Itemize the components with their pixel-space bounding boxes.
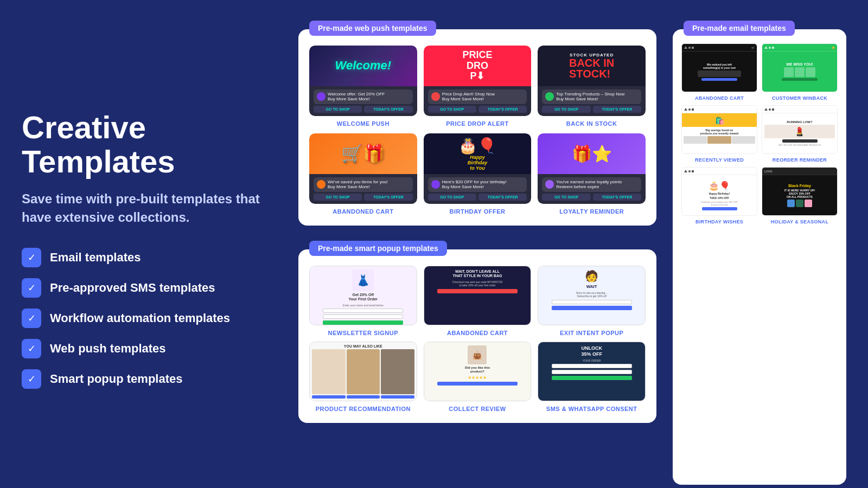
ep-prod-3 [806,67,815,77]
ep-reorder-sub: GET 10% OFF ON SKINCARE PRODUCTS [778,144,821,146]
rec-btn-3 [381,395,414,399]
exit-intent-preview: 🧑 WAIT Sorry to see you leaving...Subscr… [538,266,646,325]
back-stock-visual: STOCK UPDATED BACK INSTOCK! Top Trending… [538,46,646,116]
review-stars: ★★★★★ [468,375,487,380]
ep-cart-label: 🛒 [751,46,755,49]
popup-templates-row1: 👗 Get 20% OffYour First Order Enter your… [309,266,646,336]
loyalty-emoji: 🎁⭐ [572,144,612,163]
welcome-push-visual: Welcome! Welcome offer: Get 20% OFFBuy M… [309,46,417,116]
review-product-img: 👜 [468,345,487,364]
ep-birthday-sub: Celebrate your birthday with 10% OFFon y… [701,201,738,206]
ep-cir-recently [688,108,691,111]
ep-sq-recently [692,108,694,111]
email-item-winback[interactable]: 😢 WE MISS YOU! [762,43,838,101]
abandoned-cart-push-label: ABANDONED CART [333,208,393,215]
price-drop-preview: PRICEDROP⬇ Price Drop Alert! Shop NowBuy… [424,46,532,116]
birthday-content: 🎂🎈 HappyBirthdayto You [458,137,496,171]
template-loyalty-push[interactable]: 🎁⭐ You've earned some loyalty pointsRede… [538,133,646,215]
template-newsletter[interactable]: 👗 Get 20% OffYour First Order Enter your… [309,266,417,336]
email-item-reorder[interactable]: RUNNING LOW? 💄 GET 10% OFF ON SKINCARE P… [762,105,838,163]
loyalty-offer: TODAY'S OFFER [593,194,641,201]
template-collect-review[interactable]: 👜 Did you like thisproduct? ★★★★★ COLLEC… [424,342,532,412]
email-item-recently[interactable]: 🛍️ Big savings found onproducts you rece… [681,105,757,163]
back-notif-icon [545,92,554,101]
birthday-push-label: BIRTHDAY OFFER [450,208,506,215]
ep-circle-winback [769,47,771,49]
right-panel: Pre-made email templates 🛒 [673,16,846,472]
template-product-rec[interactable]: YOU MAY ALSO LIKE [309,342,417,412]
rec-btn-2 [347,395,380,399]
ep-birthday-body: 🎂🎈 Happy Birthday! TAKE 10% OFF Celebrat… [682,175,757,215]
feature-text-workflow: Workflow automation templates [50,311,230,325]
feature-item-sms: ✓ Pre-approved SMS templates [22,278,282,298]
ep-tri-recently [684,108,687,111]
email-birthday-label: BIRTHDAY WISHES [695,219,743,224]
popup-abandoned-label: ABANDONED CART [447,330,508,336]
template-back-stock[interactable]: STOCK UPDATED BACK INSTOCK! Top Trending… [538,46,646,127]
birthday-bg: 🎂🎈 HappyBirthdayto You [424,133,532,174]
ep-prod-2 [795,67,805,77]
sms-consent-label: SMS & WHATSAPP CONSENT [546,406,637,412]
newsletter-name-input [323,309,403,313]
template-popup-abandoned[interactable]: WAIT, DON'T LEAVE ALLTHAT STYLE IN YOUR … [424,266,532,336]
review-title: Did you like thisproduct? [465,366,490,374]
back-notif-text: Top Trending Products – Shop NowBuy More… [556,92,624,102]
sms-email-input [552,370,632,374]
email-recently-thumb: 🛍️ Big savings found onproducts you rece… [681,105,757,154]
exit-emoji: 🧑 [585,269,598,282]
product-rec-btns [312,395,414,399]
welcome-push-label: WELCOME PUSH [337,120,390,127]
template-birthday-push[interactable]: 🎂🎈 HappyBirthdayto You Here's $20 OFF fo… [424,133,532,215]
ep-reorder-title: RUNNING LOW? [787,120,812,124]
template-sms-consent[interactable]: UNLOCK35% OFF YOUR ORDER SMS & WHATSAPP … [538,342,646,412]
email-reorder-label: REORDER REMINDER [773,157,827,163]
email-holiday-bg: LOGO Black Friday IT IS HERE! HURRY UP!E… [762,168,837,215]
welcome-styled-text: Welcome! [335,59,392,73]
ep-winback-products [784,67,815,77]
abandoned-btn-row: GO TO SHOP TODAY'S OFFER [314,194,413,201]
template-price-drop[interactable]: PRICEDROP⬇ Price Drop Alert! Shop NowBuy… [424,46,532,127]
ep-beauty-emoji: 💄 [794,126,805,137]
back-stock-label: BACK IN STOCK [566,120,617,127]
product-img-3 [381,349,414,394]
price-btn-row: GO TO SHOP TODAY'S OFFER [428,106,527,113]
newsletter-preview: 👗 Get 20% OffYour First Order Enter your… [309,266,417,325]
email-reorder-bg: RUNNING LOW? 💄 GET 10% OFF ON SKINCARE P… [762,106,837,153]
back-offer: TODAY'S OFFER [593,106,641,113]
ep-shapes-reorder [764,108,774,111]
birthday-notif-bar: Here's $20 OFF for your birthday!Buy Mor… [428,177,527,192]
review-btn [437,382,518,386]
exit-btn [552,306,632,310]
popup-section-label: Pre-made smart popup templates [309,241,447,256]
popup-abandoned-title: WAIT, DON'T LEAVE ALLTHAT STYLE IN YOUR … [452,269,502,279]
email-holiday-thumb: LOGO Black Friday IT IS HERE! HURRY UP!E… [762,167,838,216]
ep-sq-reorder [772,108,774,111]
abandoned-cart-visual: 🛒🎁 We've saved you items for you!Buy Mor… [309,133,417,204]
ep-winback-btn [782,78,818,81]
ep-tri-reorder [764,108,768,111]
back-stock-preview: STOCK UPDATED BACK INSTOCK! Top Trending… [538,46,646,116]
welcome-push-bottom: Welcome offer: Get 20% OFFBuy More Save … [309,86,417,116]
feature-list: ✓ Email templates ✓ Pre-approved SMS tem… [22,248,282,389]
email-recently-label: RECENTLY VIEWED [695,157,744,163]
abandoned-push-bottom: We've saved you items for you!Buy More S… [309,174,417,204]
welcome-notif-bar: Welcome offer: Get 20% OFFBuy More Save … [314,89,413,104]
ep-reorder-btn [782,139,818,143]
exit-intent-visual: 🧑 WAIT Sorry to see you leaving...Subscr… [538,266,646,325]
feature-text-sms: Pre-approved SMS templates [50,281,215,295]
ep-rv-2 [707,136,731,144]
ep-circle-icon [688,47,691,49]
template-welcome-push[interactable]: Welcome! Welcome offer: Get 20% OFFBuy M… [309,46,417,127]
email-item-holiday[interactable]: LOGO Black Friday IT IS HERE! HURRY UP!E… [762,167,838,224]
abandoned-notif-text: We've saved you items for you!Buy More S… [328,179,388,190]
email-item-birthday[interactable]: 🎂🎈 Happy Birthday! TAKE 10% OFF Celebrat… [681,167,757,224]
email-item-abandoned[interactable]: 🛒 We noticed you leftsomething(s) in you… [681,43,757,101]
welcome-go-shop: GO TO SHOP [314,106,362,113]
birthday-btn-row: GO TO SHOP TODAY'S OFFER [428,194,527,201]
sms-consent-visual: UNLOCK35% OFF YOUR ORDER [538,342,646,401]
email-winback-thumb: 😢 WE MISS YOU! [762,43,838,92]
template-abandoned-cart-push[interactable]: 🛒🎁 We've saved you items for you!Buy Mor… [309,133,417,215]
popup-abandoned-content: WAIT, DON'T LEAVE ALLTHAT STYLE IN YOUR … [424,266,531,297]
template-exit-intent[interactable]: 🧑 WAIT Sorry to see you leaving...Subscr… [538,266,646,336]
popup-abandoned-subtitle: Checkout now and use code MYHIRST20to ta… [452,280,503,287]
